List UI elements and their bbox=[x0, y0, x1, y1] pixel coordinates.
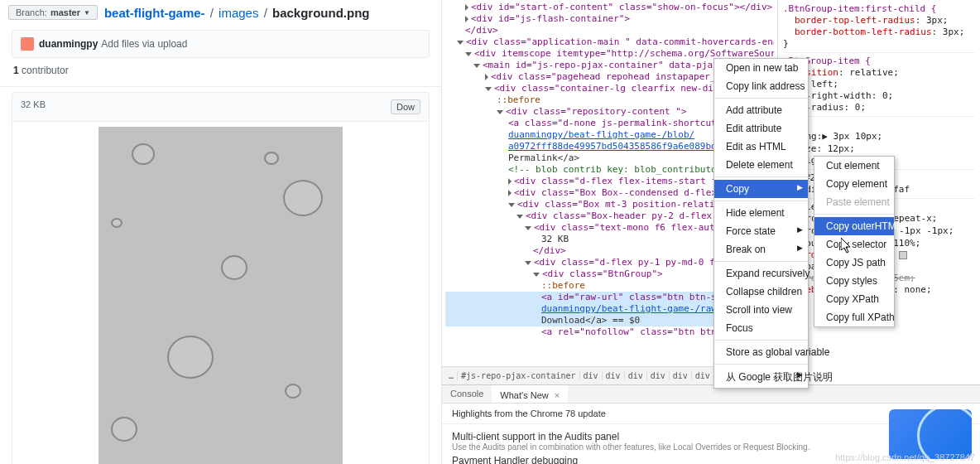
ctx-copy-element[interactable]: Copy element bbox=[814, 175, 894, 193]
ctx-force-state[interactable]: Force state▶ bbox=[714, 222, 808, 240]
ctx-copy-selector[interactable]: Copy selector bbox=[814, 235, 894, 254]
contributors-row[interactable]: 1 contributor bbox=[0, 58, 441, 87]
commit-message[interactable]: Add files via upload bbox=[101, 38, 187, 50]
asteroid-icon bbox=[111, 417, 137, 442]
ctx-store-global[interactable]: Store as global variable bbox=[714, 343, 808, 361]
ctx-separator bbox=[714, 98, 808, 99]
download-button[interactable]: Dow bbox=[391, 99, 420, 114]
breadcrumb-separator: / bbox=[264, 6, 267, 20]
drawer-tabs: Console What's New × bbox=[442, 385, 980, 404]
ctx-hide-element[interactable]: Hide element bbox=[714, 204, 808, 222]
contributors-count: 1 bbox=[13, 65, 19, 76]
submenu-arrow-icon: ▶ bbox=[797, 225, 803, 234]
ctx-focus[interactable]: Focus bbox=[714, 319, 808, 337]
contributors-label: contributor bbox=[22, 65, 69, 76]
breadcrumb: beat-flight-game- / images / background.… bbox=[104, 6, 370, 20]
caret-down-icon: ▼ bbox=[84, 9, 90, 17]
ctx-separator bbox=[814, 214, 894, 215]
watermark-text: https://blog.csdn.net/qq_38727847 bbox=[835, 452, 975, 462]
image-preview-box bbox=[12, 122, 430, 464]
ctx-break-on[interactable]: Break on▶ bbox=[714, 240, 808, 259]
css-brace[interactable]: { bbox=[783, 119, 975, 131]
ctx-separator bbox=[714, 201, 808, 201]
css-property[interactable]: size: 12px; bbox=[783, 143, 975, 155]
breadcrumb-item[interactable]: div bbox=[692, 371, 714, 380]
ctx-copy-full-xpath[interactable]: Copy full XPath bbox=[814, 308, 894, 326]
ctx-separator bbox=[714, 176, 808, 177]
css-selector[interactable]: .BtnGroup-item:first-child { bbox=[783, 3, 975, 15]
commit-author[interactable]: duanmingpy bbox=[39, 38, 98, 50]
tab-whats-new[interactable]: What's New × bbox=[492, 385, 568, 403]
ctx-separator bbox=[714, 340, 808, 341]
css-property[interactable]: t: left; bbox=[783, 79, 975, 90]
github-page: Branch: master ▼ beat-flight-game- / ima… bbox=[0, 0, 442, 464]
ctx-google-image-info[interactable]: 从 Google 获取图片说明▶ bbox=[714, 367, 808, 388]
ctx-delete-element[interactable]: Delete element bbox=[714, 156, 808, 174]
chrome-logo-icon bbox=[889, 409, 972, 459]
ctx-copy-link-address[interactable]: Copy link address bbox=[714, 77, 808, 95]
avatar-icon[interactable] bbox=[21, 37, 34, 51]
breadcrumb-item[interactable]: div bbox=[580, 371, 603, 380]
css-property[interactable]: border-top-left-radius: 3px; bbox=[783, 15, 975, 27]
submenu-arrow-icon: ▶ bbox=[797, 183, 803, 191]
ctx-edit-as-html[interactable]: Edit as HTML bbox=[714, 138, 808, 156]
context-submenu-copy: Cut element Copy element Paste element C… bbox=[814, 156, 895, 327]
ctx-scroll-into-view[interactable]: Scroll into view bbox=[714, 301, 808, 319]
background-png-image bbox=[98, 127, 343, 464]
ctx-copy-js-path[interactable]: Copy JS path bbox=[814, 254, 894, 272]
css-property[interactable]: er-right-width: 0; bbox=[783, 90, 975, 102]
file-info-bar: 32 KB Dow bbox=[12, 92, 430, 122]
file-size: 32 KB bbox=[21, 99, 46, 114]
breadcrumb-item[interactable]: div bbox=[670, 371, 692, 380]
ctx-separator bbox=[714, 261, 808, 262]
close-icon[interactable]: × bbox=[555, 390, 560, 400]
breadcrumb-item[interactable]: div bbox=[603, 371, 625, 380]
breadcrumb-item[interactable]: div bbox=[647, 371, 670, 380]
css-selector[interactable]: .BtnGroup-item { bbox=[783, 56, 975, 67]
breadcrumb-ellipsis[interactable]: … bbox=[445, 371, 458, 380]
branch-selector-button[interactable]: Branch: master ▼ bbox=[8, 5, 98, 20]
breadcrumb-folder[interactable]: images bbox=[219, 6, 258, 20]
dom-node[interactable]: <div id="start-of-content" class="show-o… bbox=[445, 2, 774, 13]
asteroid-icon bbox=[264, 152, 279, 165]
ctx-expand-recursively[interactable]: Expand recursively bbox=[714, 264, 808, 283]
commit-tease-row: duanmingpy Add files via upload bbox=[12, 30, 430, 58]
dom-node[interactable]: </div> bbox=[445, 25, 774, 36]
ctx-edit-attribute[interactable]: Edit attribute bbox=[714, 119, 808, 138]
dom-node[interactable]: <div id="js-flash-container"> bbox=[445, 13, 774, 25]
asteroid-icon bbox=[111, 218, 122, 228]
ctx-add-attribute[interactable]: Add attribute bbox=[714, 101, 808, 119]
branch-name: master bbox=[50, 7, 80, 17]
breadcrumb-repo[interactable]: beat-flight-game- bbox=[104, 6, 205, 20]
ctx-separator bbox=[714, 364, 808, 365]
branch-label: Branch: bbox=[16, 7, 47, 17]
submenu-arrow-icon: ▶ bbox=[797, 244, 803, 252]
breadcrumb-item[interactable]: #js-repo-pjax-container bbox=[458, 371, 579, 380]
css-property[interactable]: position: relative; bbox=[783, 67, 975, 79]
dom-node[interactable]: <div class="application-main " data-comm… bbox=[445, 36, 774, 48]
ctx-open-new-tab[interactable]: Open in new tab bbox=[714, 59, 808, 77]
tab-console[interactable]: Console bbox=[442, 385, 492, 403]
ctx-copy-outerhtml[interactable]: Copy outerHTML bbox=[814, 217, 894, 235]
ctx-copy-styles[interactable]: Copy styles bbox=[814, 272, 894, 290]
breadcrumb-file: background.png bbox=[272, 6, 370, 20]
ctx-cut-element[interactable]: Cut element bbox=[814, 157, 894, 175]
asteroid-icon bbox=[132, 143, 155, 165]
asteroid-icon bbox=[283, 180, 323, 216]
asteroid-icon bbox=[221, 255, 247, 280]
ctx-collapse-children[interactable]: Collapse children bbox=[714, 283, 808, 301]
submenu-arrow-icon: ▶ bbox=[797, 370, 803, 379]
breadcrumb-separator: / bbox=[210, 6, 214, 20]
tab-label: What's New bbox=[500, 390, 548, 400]
breadcrumb-item[interactable]: div bbox=[625, 371, 647, 380]
css-property[interactable]: border-bottom-left-radius: 3px; bbox=[783, 27, 975, 38]
asteroid-icon bbox=[285, 384, 301, 399]
css-property[interactable]: er-radius: 0; bbox=[783, 102, 975, 114]
ctx-copy-xpath[interactable]: Copy XPath bbox=[814, 290, 894, 308]
css-property[interactable]: ing:▶ 3px 10px; bbox=[783, 131, 975, 143]
ctx-copy-submenu[interactable]: Copy▶ bbox=[714, 180, 808, 198]
ctx-paste-element: Paste element bbox=[814, 193, 894, 211]
context-menu: Open in new tab Copy link address Add at… bbox=[713, 58, 809, 389]
asteroid-icon bbox=[167, 336, 214, 379]
branch-row: Branch: master ▼ beat-flight-game- / ima… bbox=[0, 0, 441, 22]
